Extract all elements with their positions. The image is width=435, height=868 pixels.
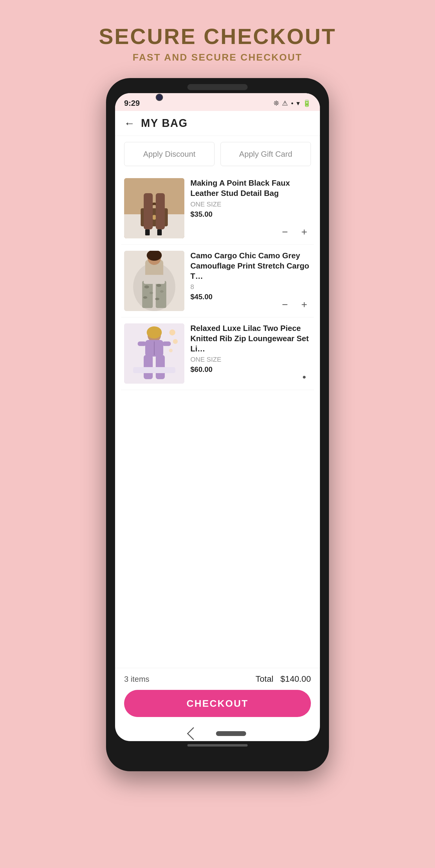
increase-qty-button[interactable]: + xyxy=(298,298,311,311)
item-price: $35.00 xyxy=(190,210,311,218)
svg-rect-12 xyxy=(156,193,165,229)
svg-point-30 xyxy=(169,349,173,352)
quantity-controls: − + xyxy=(278,298,311,311)
item-size: ONE SIZE xyxy=(190,200,311,208)
page-header: SECURE CHECKOUT FAST AND SECURE CHECKOUT xyxy=(99,24,336,63)
cart-item: Relaxed Luxe Lilac Two Piece Knitted Rib… xyxy=(121,317,314,390)
back-button[interactable]: ← xyxy=(124,117,135,130)
svg-point-21 xyxy=(149,292,153,294)
total-value: $140.00 xyxy=(280,674,311,684)
warning-icon: ⚠ xyxy=(282,99,288,107)
coupon-row: Apply Discount Apply Gift Card xyxy=(115,136,320,172)
item-details: Relaxed Luxe Lilac Two Piece Knitted Rib… xyxy=(190,323,311,384)
product-image xyxy=(124,251,185,311)
increase-qty-button[interactable]: + xyxy=(298,225,311,239)
status-bar: 9:29 ❊ ⚠ • ▾ 🔋 xyxy=(115,93,320,111)
quantity-controls: • xyxy=(298,370,311,384)
svg-point-20 xyxy=(144,285,149,288)
phone-screen: 9:29 ❊ ⚠ • ▾ 🔋 ← MY BAG Apply Discount xyxy=(115,93,320,741)
decrease-qty-button[interactable]: − xyxy=(278,298,292,311)
status-time: 9:29 xyxy=(124,98,140,108)
svg-point-32 xyxy=(147,327,162,338)
total-label: Total xyxy=(256,674,273,684)
item-name: Relaxed Luxe Lilac Two Piece Knitted Rib… xyxy=(190,323,311,354)
svg-rect-11 xyxy=(144,193,153,229)
phone-nav-bar xyxy=(115,723,320,741)
product-image xyxy=(124,323,185,384)
svg-point-24 xyxy=(160,290,164,293)
cart-item: Making A Point Black Faux Leather Stud D… xyxy=(121,172,314,245)
back-nav-icon[interactable] xyxy=(187,727,200,740)
svg-rect-18 xyxy=(142,281,153,308)
phone-bottom-bar xyxy=(188,744,247,747)
phone-camera xyxy=(156,94,163,101)
cart-summary: 3 items Total $140.00 xyxy=(124,674,311,684)
app-header-title: MY BAG xyxy=(141,117,188,130)
quantity-controls: − + xyxy=(278,225,311,239)
phone-device: 9:29 ❊ ⚠ • ▾ 🔋 ← MY BAG Apply Discount xyxy=(106,78,329,771)
dot-icon: • xyxy=(291,99,293,107)
decrease-qty-button[interactable]: • xyxy=(298,370,311,384)
item-name: Camo Cargo Chic Camo Grey Camouflage Pri… xyxy=(190,251,311,281)
svg-rect-9 xyxy=(145,229,150,236)
svg-point-23 xyxy=(156,284,161,287)
status-icons: ❊ ⚠ • ▾ 🔋 xyxy=(273,99,311,107)
page-header-subtitle: FAST AND SECURE CHECKOUT xyxy=(99,52,336,63)
svg-point-28 xyxy=(169,330,175,336)
svg-rect-36 xyxy=(162,341,171,346)
page-header-title: SECURE CHECKOUT xyxy=(99,24,336,49)
apply-gift-card-button[interactable]: Apply Gift Card xyxy=(221,142,311,166)
wifi-icon: ▾ xyxy=(296,99,300,107)
page-background: SECURE CHECKOUT FAST AND SECURE CHECKOUT… xyxy=(0,0,435,771)
items-count: 3 items xyxy=(124,675,149,684)
cart-footer: 3 items Total $140.00 CHECKOUT xyxy=(115,668,320,723)
home-nav-button[interactable] xyxy=(216,731,246,736)
product-image xyxy=(124,178,185,239)
svg-point-29 xyxy=(173,339,178,344)
item-price: $60.00 xyxy=(190,365,311,374)
cart-total: Total $140.00 xyxy=(256,674,311,684)
notification-icon: ❊ xyxy=(273,99,279,107)
phone-speaker xyxy=(188,84,247,90)
battery-icon: 🔋 xyxy=(303,99,311,107)
decrease-qty-button[interactable]: − xyxy=(278,225,292,239)
screen-content: Apply Discount Apply Gift Card xyxy=(115,136,320,723)
checkout-button[interactable]: CHECKOUT xyxy=(124,690,311,717)
cart-items-list: Making A Point Black Faux Leather Stud D… xyxy=(115,172,320,668)
cart-item: Camo Cargo Chic Camo Grey Camouflage Pri… xyxy=(121,245,314,317)
item-size: 8 xyxy=(190,283,311,291)
svg-rect-26 xyxy=(144,275,165,284)
svg-point-22 xyxy=(143,296,147,299)
svg-rect-39 xyxy=(133,367,175,373)
apply-discount-button[interactable]: Apply Discount xyxy=(124,142,214,166)
svg-point-25 xyxy=(155,298,159,300)
item-name: Making A Point Black Faux Leather Stud D… xyxy=(190,178,311,198)
svg-rect-35 xyxy=(138,341,146,346)
item-size: ONE SIZE xyxy=(190,355,311,364)
svg-rect-10 xyxy=(157,229,162,236)
app-header: ← MY BAG xyxy=(115,111,320,136)
